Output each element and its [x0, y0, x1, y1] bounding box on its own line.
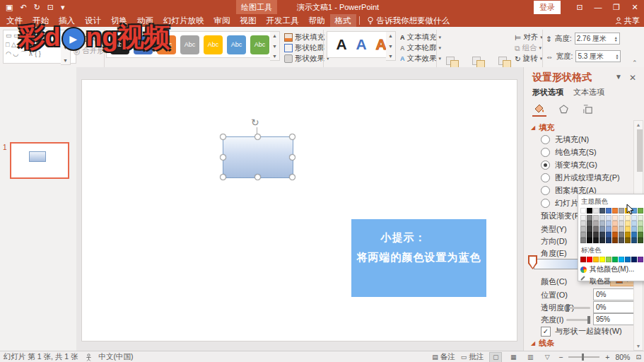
wordart-scroll[interactable]: ▲▼▼: [386, 31, 396, 61]
resize-handle-sw[interactable]: [220, 174, 226, 180]
zoom-in-button[interactable]: +: [605, 353, 609, 361]
theme-variant-swatch-r1c9[interactable]: [631, 215, 637, 221]
shape-outline-button[interactable]: 形状轮廓▾: [284, 43, 329, 53]
shape-effects-button[interactable]: 形状效果▾: [284, 54, 329, 64]
line-section-header[interactable]: ◢ 线条: [531, 338, 554, 349]
accessibility-icon[interactable]: [86, 354, 92, 361]
theme-variant-swatch-r4c4[interactable]: [599, 232, 605, 238]
theme-variant-swatch-r4c8[interactable]: [625, 232, 631, 238]
theme-variant-swatch-r2c10[interactable]: [638, 221, 643, 226]
selected-gradient-rectangle[interactable]: [223, 136, 293, 178]
height-input[interactable]: 2.76 厘米 ▲▼: [575, 33, 620, 45]
standard-color-swatch-1[interactable]: [580, 257, 586, 262]
brightness-slider[interactable]: [566, 319, 590, 321]
theme-variant-swatch-r5c3[interactable]: [593, 238, 599, 243]
resize-handle-w[interactable]: [220, 154, 226, 160]
theme-variant-swatch-r3c2[interactable]: [587, 226, 592, 232]
pane-scrollbar-thumb[interactable]: [637, 129, 643, 172]
minimize-button[interactable]: —: [589, 3, 607, 11]
tab-format-active[interactable]: 格式: [330, 14, 356, 27]
save-icon[interactable]: ▣: [6, 3, 13, 12]
drawing-tools-context-tab[interactable]: 绘图工具: [236, 0, 277, 14]
theme-variant-swatch-r5c5[interactable]: [606, 238, 611, 243]
zoom-slider[interactable]: [568, 356, 599, 358]
fill-option-3[interactable]: 渐变填充(G): [541, 160, 597, 170]
pane-options-icon[interactable]: ▼: [615, 73, 622, 81]
theme-variant-swatch-r5c2[interactable]: [587, 238, 592, 243]
reading-view-button[interactable]: ▥: [525, 353, 536, 362]
slideshow-view-button[interactable]: ▽: [541, 353, 553, 362]
theme-color-swatch-10[interactable]: [638, 208, 643, 214]
resize-handle-nw[interactable]: [220, 134, 226, 140]
width-spinner[interactable]: ▲▼: [615, 54, 619, 59]
slide-canvas[interactable]: [76, 67, 523, 351]
theme-variant-swatch-r1c5[interactable]: [606, 215, 611, 221]
tab-text-options[interactable]: 文本选项: [573, 87, 604, 98]
theme-variant-swatch-r1c8[interactable]: [625, 215, 631, 221]
theme-color-swatch-3[interactable]: [593, 208, 599, 214]
theme-variant-swatch-r1c2[interactable]: [587, 215, 592, 221]
theme-variant-swatch-r2c7[interactable]: [619, 221, 624, 226]
brightness-knob[interactable]: [587, 316, 590, 324]
shape-style-swatch-4[interactable]: Abc: [180, 35, 199, 54]
fill-line-icon[interactable]: [532, 101, 546, 117]
theme-variant-swatch-r2c9[interactable]: [631, 221, 637, 226]
standard-color-swatch-8[interactable]: [625, 257, 631, 262]
brightness-input[interactable]: 95% ▲▼: [593, 313, 639, 325]
login-button[interactable]: 登录: [534, 1, 561, 14]
theme-color-swatch-7[interactable]: [619, 208, 624, 214]
rotate-button[interactable]: ↻ 旋转▾: [515, 54, 542, 64]
theme-variant-swatch-r2c2[interactable]: [587, 221, 592, 226]
maximize-button[interactable]: ❐: [607, 3, 626, 12]
text-fill-button[interactable]: A 文本填充▾: [400, 33, 441, 42]
theme-variant-swatch-r1c6[interactable]: [612, 215, 618, 221]
theme-variant-swatch-r3c8[interactable]: [625, 226, 631, 232]
shape-style-swatch-6[interactable]: Abc: [227, 35, 246, 54]
pane-close-icon[interactable]: ✕: [629, 73, 636, 83]
text-effects-button[interactable]: A 文本效果▾: [400, 54, 441, 64]
wordart-style-black[interactable]: A: [336, 36, 346, 53]
tab-视图[interactable]: 视图: [235, 14, 262, 27]
theme-variant-swatch-r3c10[interactable]: [638, 226, 643, 232]
wordart-style-blue[interactable]: A: [356, 36, 366, 53]
theme-variant-swatch-r4c10[interactable]: [638, 232, 643, 238]
resize-handle-se[interactable]: [289, 174, 295, 180]
theme-variant-swatch-r1c10[interactable]: [638, 215, 643, 221]
theme-variant-swatch-r1c4[interactable]: [599, 215, 605, 221]
shape-style-swatch-5[interactable]: Abc: [204, 35, 223, 54]
standard-color-swatch-7[interactable]: [619, 257, 624, 262]
standard-color-swatch-6[interactable]: [612, 257, 618, 262]
theme-variant-swatch-r4c5[interactable]: [606, 232, 611, 238]
theme-variant-swatch-r1c7[interactable]: [619, 215, 624, 221]
slide[interactable]: [81, 79, 517, 341]
standard-color-swatch-2[interactable]: [587, 257, 592, 262]
resize-handle-n[interactable]: [254, 134, 261, 140]
theme-variant-swatch-r5c10[interactable]: [638, 238, 643, 243]
theme-color-swatch-5[interactable]: [606, 208, 611, 214]
eyedropper-item[interactable]: 取色器: [580, 276, 644, 286]
theme-variant-swatch-r5c7[interactable]: [619, 238, 624, 243]
standard-color-swatch-3[interactable]: [593, 257, 599, 262]
position-input[interactable]: 0% ▲▼: [593, 288, 639, 300]
group-button[interactable]: ⧉ 组合▾: [515, 43, 541, 53]
standard-color-swatch-10[interactable]: [638, 257, 643, 262]
theme-variant-swatch-r4c6[interactable]: [612, 232, 618, 238]
theme-variant-swatch-r5c8[interactable]: [625, 238, 631, 243]
notes-button[interactable]: ▤ 备注: [432, 352, 455, 362]
effects-icon[interactable]: [556, 102, 570, 116]
slide-sorter-view-button[interactable]: ▦: [508, 353, 519, 362]
redo-icon[interactable]: ↻: [34, 3, 40, 12]
theme-variant-swatch-r3c6[interactable]: [612, 226, 618, 232]
collapse-ribbon-icon[interactable]: ⌃: [632, 59, 638, 66]
theme-variant-swatch-r2c8[interactable]: [625, 221, 631, 226]
tab-审阅[interactable]: 审阅: [209, 14, 235, 27]
shape-fill-button[interactable]: 形状填充▾: [284, 33, 329, 42]
text-outline-button[interactable]: A 文本轮廓▾: [400, 43, 441, 53]
resize-handle-ne[interactable]: [289, 134, 295, 140]
theme-variant-swatch-r3c1[interactable]: [580, 226, 586, 232]
theme-variant-swatch-r5c6[interactable]: [612, 238, 618, 243]
zoom-out-button[interactable]: −: [558, 353, 563, 361]
transparency-knob[interactable]: [566, 304, 569, 312]
theme-variant-swatch-r3c5[interactable]: [606, 226, 611, 232]
theme-variant-swatch-r1c1[interactable]: [580, 215, 586, 221]
